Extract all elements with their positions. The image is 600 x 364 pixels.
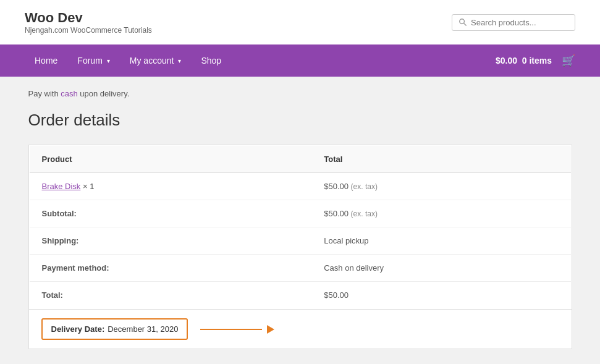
payment-value: Cash on delivery — [311, 255, 571, 282]
table-row: Brake Disk × 1 $50.00 (ex. tax) — [29, 173, 571, 200]
nav-shop[interactable]: Shop — [191, 44, 231, 77]
nav-my-account[interactable]: My account ▾ — [120, 44, 192, 77]
payment-label: Payment method: — [29, 255, 311, 282]
nav-left: Home Forum ▾ My account ▾ Shop — [25, 44, 231, 77]
nav-home[interactable]: Home — [25, 44, 67, 77]
site-branding: Woo Dev Njengah.com WooCommerce Tutorial… — [25, 10, 152, 35]
subtotal-label: Subtotal: — [29, 200, 311, 227]
shipping-value: Local pickup — [311, 227, 571, 255]
account-chevron-icon: ▾ — [178, 57, 181, 64]
search-input[interactable] — [471, 18, 568, 27]
site-subtitle: Njengah.com WooCommerce Tutorials — [25, 26, 152, 35]
cash-link[interactable]: cash — [61, 89, 77, 98]
table-row: Shipping: Local pickup — [29, 227, 571, 255]
product-cell: Brake Disk × 1 — [29, 173, 311, 200]
search-icon — [458, 18, 467, 27]
table-row: Total: $50.00 — [29, 282, 571, 309]
subtotal-ex-tax: (ex. tax) — [351, 210, 378, 218]
delivery-date-box: Delivery Date: December 31, 2020 — [41, 318, 188, 340]
col-total: Total — [311, 146, 571, 173]
cart-amount: $0.00 0 items — [496, 56, 552, 66]
delivery-label: Delivery Date: — [51, 324, 105, 334]
product-total: $50.00 (ex. tax) — [311, 173, 571, 200]
search-box[interactable] — [452, 14, 575, 31]
col-product: Product — [29, 146, 311, 173]
order-title: Order details — [28, 111, 572, 130]
subtotal-value: $50.00 (ex. tax) — [311, 200, 571, 227]
ex-tax: (ex. tax) — [351, 182, 378, 191]
site-title: Woo Dev — [25, 10, 152, 26]
arrow-right-icon — [200, 324, 274, 334]
product-link[interactable]: Brake Disk — [42, 182, 81, 191]
svg-line-1 — [464, 23, 467, 26]
main-content: Pay with cash upon delivery. Order detai… — [22, 77, 578, 364]
order-table: Product Total Brake Disk × 1 $50.00 (ex.… — [29, 145, 572, 309]
nav-forum[interactable]: Forum ▾ — [67, 44, 119, 77]
delivery-row: Delivery Date: December 31, 2020 — [28, 310, 572, 349]
main-nav: Home Forum ▾ My account ▾ Shop $0.00 0 i… — [0, 44, 600, 77]
total-value: $50.00 — [311, 282, 571, 309]
forum-chevron-icon: ▾ — [107, 57, 110, 64]
nav-right: $0.00 0 items 🛒 — [496, 54, 575, 67]
delivery-date: December 31, 2020 — [108, 324, 178, 334]
cart-icon[interactable]: 🛒 — [562, 54, 575, 67]
product-quantity: × 1 — [83, 182, 94, 191]
svg-point-0 — [460, 19, 465, 24]
shipping-label: Shipping: — [29, 227, 311, 255]
table-row: Payment method: Cash on delivery — [29, 255, 571, 282]
site-header: Woo Dev Njengah.com WooCommerce Tutorial… — [0, 0, 600, 44]
pay-notice: Pay with cash upon delivery. — [28, 89, 572, 98]
total-label: Total: — [29, 282, 311, 309]
order-table-wrapper: Product Total Brake Disk × 1 $50.00 (ex.… — [28, 145, 572, 310]
table-row: Subtotal: $50.00 (ex. tax) — [29, 200, 571, 227]
